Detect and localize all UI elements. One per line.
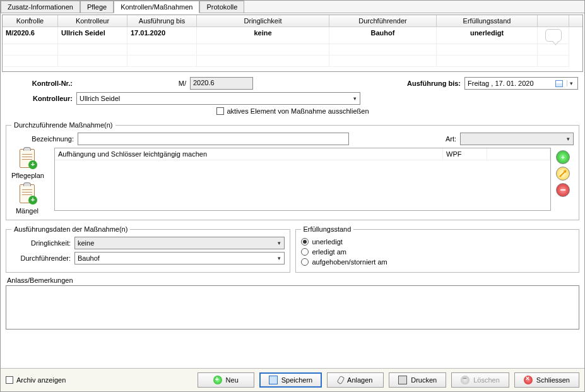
art-label: Art:: [435, 135, 460, 143]
exclude-checkbox[interactable]: [216, 107, 224, 115]
kontrollen-grid: ▲Kontrolle Kontrolleur Ausführung bis Dr…: [2, 15, 583, 72]
chevron-down-icon: ▾: [352, 95, 358, 102]
erfuellungsstand-group: Erfüllungsstand unerledigt erledigt am a…: [295, 225, 580, 273]
pflegeplan-button[interactable]: + Pflegeplan: [11, 148, 43, 179]
kontrollnr-label: Kontroll-Nr.:: [7, 80, 76, 87]
table-row[interactable]: Aufhängung und Schlösser leichtgängig ma…: [55, 148, 550, 160]
ausfuehrung-date[interactable]: Freitag , 17. 01. 2020 ▾: [464, 77, 578, 90]
radio-erledigt[interactable]: erledigt am: [301, 247, 574, 257]
close-icon: [524, 376, 533, 384]
tab-kontrollen[interactable]: Kontrollen/Maßnahmen: [114, 1, 199, 13]
col-kontrolleur[interactable]: Kontrolleur: [58, 15, 127, 27]
ausfuehrungsdaten-legend: Ausführungsdaten der Maßnahme(n): [11, 225, 130, 233]
pencil-icon: [559, 170, 566, 177]
durchfuehrender-combo[interactable]: Bauhof▾: [74, 252, 285, 264]
sort-asc-icon: ▲: [28, 16, 33, 21]
tab-bar: Zusatz-Informationen Pflege Kontrollen/M…: [1, 1, 584, 13]
chevron-down-icon: ▾: [565, 136, 572, 142]
table-row[interactable]: M/2020.6 Ullrich Seidel 17.01.2020 keine…: [3, 27, 582, 44]
anlass-textarea[interactable]: [6, 285, 579, 330]
col-durchfuehrender[interactable]: Durchführender: [329, 15, 437, 27]
comment-icon[interactable]: [538, 27, 569, 44]
kontrollnr-prefix: M/: [76, 80, 190, 87]
calendar-icon: [555, 80, 563, 87]
plus-icon: [213, 376, 222, 384]
print-icon: [398, 376, 407, 384]
col-comment: [538, 15, 569, 27]
anlagen-button[interactable]: Anlagen: [327, 372, 384, 388]
ausfuehrung-label: Ausführung bis:: [395, 80, 464, 87]
tab-zusatz[interactable]: Zusatz-Informationen: [1, 1, 80, 13]
col-dringlichkeit[interactable]: Dringlichkeit: [197, 15, 329, 27]
tab-pflege[interactable]: Pflege: [80, 1, 114, 13]
loeschen-button: Löschen: [451, 372, 509, 388]
drucken-button[interactable]: Drucken: [389, 372, 446, 388]
dringlichkeit-combo[interactable]: keine▾: [74, 237, 285, 249]
durchfuehrender-label: Durchführender:: [11, 254, 74, 262]
bezeichnung-label: Bezeichnung:: [11, 135, 78, 143]
ausfuehrungsdaten-group: Ausführungsdaten der Maßnahme(n) Dringli…: [6, 225, 290, 273]
plus-icon: +: [561, 153, 565, 161]
kontrolleur-label: Kontrolleur:: [7, 95, 76, 102]
exclude-label: aktives Element von Maßnahme ausschließe…: [227, 107, 369, 115]
tab-protokolle[interactable]: Protokolle: [199, 1, 244, 13]
remove-button[interactable]: −: [556, 183, 570, 197]
archiv-label: Archiv anzeigen: [16, 376, 66, 384]
col-ausfuehrung[interactable]: Ausführung bis: [127, 15, 197, 27]
massnahmen-table[interactable]: Aufhängung und Schlösser leichtgängig ma…: [54, 148, 551, 211]
art-combo[interactable]: ▾: [460, 133, 574, 145]
chevron-down-icon: ▾: [567, 80, 575, 86]
radio-icon: [301, 238, 309, 246]
massnahmen-group: Durchzuführende Maßnahme(n) Bezeichnung:…: [6, 121, 579, 220]
edit-button[interactable]: [556, 167, 570, 181]
schliessen-button[interactable]: Schliessen: [514, 372, 579, 388]
chevron-down-icon: ▾: [276, 240, 283, 246]
archiv-checkbox[interactable]: [6, 376, 13, 384]
erfuellungsstand-legend: Erfüllungsstand: [301, 225, 354, 233]
massnahmen-legend: Durchzuführende Maßnahme(n): [11, 121, 115, 129]
speichern-button[interactable]: Speichern: [259, 372, 322, 388]
neu-button[interactable]: Neu: [198, 372, 254, 388]
radio-unerledigt[interactable]: unerledigt: [301, 237, 574, 247]
anlass-label: Anlass/Bemerkungen: [1, 275, 584, 284]
maengel-button[interactable]: + Mängel: [11, 183, 43, 215]
save-icon: [269, 376, 278, 384]
bezeichnung-field[interactable]: [78, 133, 349, 145]
kontrolleur-combo[interactable]: Ullrich Seidel ▾: [76, 92, 360, 105]
radio-aufgehoben[interactable]: aufgehoben/storniert am: [301, 257, 574, 267]
chevron-down-icon: ▾: [276, 255, 283, 261]
col-kontrolle[interactable]: ▲Kontrolle: [3, 15, 58, 27]
col-erfuellung[interactable]: Erfüllungsstand: [437, 15, 538, 27]
kontrollnr-field: 2020.6: [190, 77, 253, 90]
paperclip-icon: [337, 376, 345, 384]
delete-icon: [461, 376, 470, 384]
radio-icon: [301, 248, 309, 256]
radio-icon: [301, 258, 309, 266]
dringlichkeit-label: Dringlichkeit:: [11, 239, 74, 247]
minus-icon: −: [560, 187, 565, 193]
add-button[interactable]: +: [556, 150, 570, 164]
